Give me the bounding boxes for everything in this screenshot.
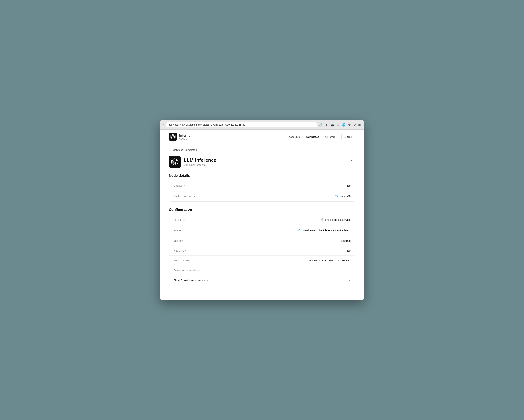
breadcrumb-label: Container Templates xyxy=(173,149,197,151)
docker-hub-value: stelios96 xyxy=(335,194,350,198)
breadcrumb[interactable]: ← Container Templates xyxy=(169,149,355,151)
svg-rect-29 xyxy=(298,230,299,230)
env-toggle-row[interactable]: Show 3 environment variables ▾ xyxy=(169,275,355,285)
svg-rect-30 xyxy=(299,230,300,230)
template-logo-svg xyxy=(171,158,178,165)
service-id-label: Service ID xyxy=(174,218,185,221)
service-id-row: Service ID llm_inference_service xyxy=(169,215,355,225)
configuration-card: Service ID llm_inference_service I xyxy=(169,215,355,285)
chevron-down-icon: ▾ xyxy=(349,279,350,282)
env-vars-label: Environment variables xyxy=(174,269,199,272)
svg-point-24 xyxy=(338,195,339,196)
gpu-row: Has GPU? No xyxy=(169,246,355,256)
onchain-label: Onchain? xyxy=(174,184,185,187)
svg-rect-18 xyxy=(335,195,336,196)
more-options-button[interactable]: ⋮ xyxy=(348,158,355,165)
nav-accounts[interactable]: Accounts xyxy=(288,135,300,138)
docker-image-icon xyxy=(297,228,302,232)
gpu-label: Has GPU? xyxy=(174,249,186,252)
url-bar[interactable]: http://localhost:4173/templates/6862254c… xyxy=(166,122,317,127)
docker-hub-username: stelios96 xyxy=(340,195,350,198)
mail-icon[interactable]: ✉ xyxy=(337,123,339,127)
svg-rect-28 xyxy=(298,230,298,230)
browser-window: i http://localhost:4173/templates/686225… xyxy=(160,120,364,300)
svg-rect-33 xyxy=(300,230,301,230)
svg-rect-23 xyxy=(337,195,338,196)
brand: Infernet CLOUD xyxy=(169,133,192,141)
docker-icon xyxy=(335,194,339,198)
nav-clusters[interactable]: Clusters xyxy=(325,135,335,138)
image-link[interactable]: ritualnetwork/llm_inference_service:late… xyxy=(303,229,350,232)
svg-marker-2 xyxy=(172,136,174,138)
docker-hub-row: Docker Hub account xyxy=(169,191,355,201)
configuration-section: Configuration Service ID llm_inference_s… xyxy=(169,208,355,285)
onchain-row: Onchain? No xyxy=(169,181,355,191)
camera-icon[interactable]: 📷 xyxy=(331,123,334,127)
svg-rect-21 xyxy=(336,195,337,195)
brand-logo-svg xyxy=(170,134,175,139)
visibility-label: Visibility xyxy=(174,239,183,242)
brand-logo xyxy=(169,133,177,141)
node-details-card: Onchain? No Docker Hub account xyxy=(169,181,355,202)
svg-rect-20 xyxy=(337,195,337,196)
template-name: LLM Inference xyxy=(184,157,216,163)
svg-marker-1 xyxy=(171,135,175,138)
start-command-label: Start command xyxy=(174,259,191,262)
brand-sub: CLOUD xyxy=(179,138,192,140)
configuration-title: Configuration xyxy=(169,208,355,212)
template-header-left: LLM Inference Container template xyxy=(169,156,216,168)
visibility-value: External xyxy=(341,239,350,242)
svg-rect-22 xyxy=(337,195,337,195)
svg-rect-31 xyxy=(298,229,299,230)
image-label: Image xyxy=(174,229,181,232)
start-command-value: --bind=0.0.0.0:3000 --workers=2 xyxy=(306,259,350,262)
svg-point-34 xyxy=(301,230,302,230)
env-vars-label-row: Environment variables xyxy=(169,265,355,275)
user-button[interactable]: Darryl xyxy=(341,134,355,140)
brand-text: Infernet CLOUD xyxy=(179,134,192,140)
gpu-value: No xyxy=(347,249,350,252)
svg-rect-32 xyxy=(299,229,300,230)
template-subtitle: Container template xyxy=(184,163,216,166)
info-icon: i xyxy=(163,123,164,126)
page-content: Infernet CLOUD Accounts Templates Cluste… xyxy=(160,130,364,300)
svg-marker-11 xyxy=(174,161,176,163)
svg-marker-26 xyxy=(321,219,323,221)
browser-toolbar: i http://localhost:4173/templates/686225… xyxy=(160,120,364,130)
nav-links: Accounts Templates Clusters Darryl xyxy=(288,134,355,140)
image-row: Image r xyxy=(169,225,355,236)
settings-icon[interactable]: ⚙ xyxy=(348,123,351,127)
template-header: LLM Inference Container template ⋮ xyxy=(169,156,355,168)
globe-icon[interactable]: 🌐 xyxy=(342,123,346,127)
node-details-section: Node details Onchain? No Docker Hub acco… xyxy=(169,174,355,202)
download-icon[interactable]: ⬇ xyxy=(325,123,328,127)
node-details-title: Node details xyxy=(169,174,355,178)
svg-marker-27 xyxy=(322,219,323,220)
svg-marker-25 xyxy=(321,218,323,221)
template-titles: LLM Inference Container template xyxy=(184,157,216,166)
onchain-value: No xyxy=(347,184,350,187)
infernet-small-icon xyxy=(321,218,324,221)
browser-action-icons: 🔗 ⬇ 📷 ✉ 🌐 ⚙ ↻ ▦ xyxy=(319,123,361,127)
main-content: ← Container Templates xyxy=(160,144,364,300)
svg-rect-19 xyxy=(336,195,337,196)
breadcrumb-arrow: ← xyxy=(169,149,171,151)
svg-marker-10 xyxy=(173,160,177,164)
brand-name: Infernet xyxy=(179,134,192,138)
layout-icon[interactable]: ▦ xyxy=(358,123,361,127)
navbar: Infernet CLOUD Accounts Templates Cluste… xyxy=(160,130,364,144)
nav-templates[interactable]: Templates xyxy=(306,135,319,138)
start-command-row: Start command --bind=0.0.0.0:3000 --work… xyxy=(169,256,355,265)
env-toggle-label: Show 3 environment variables xyxy=(174,279,208,282)
refresh-icon[interactable]: ↻ xyxy=(353,123,356,127)
link-icon[interactable]: 🔗 xyxy=(319,123,323,127)
service-id-val: llm_inference_service xyxy=(325,218,350,221)
service-id-value: llm_inference_service xyxy=(321,218,350,221)
image-value: ritualnetwork/llm_inference_service:late… xyxy=(297,228,350,232)
template-icon-box xyxy=(169,156,181,168)
visibility-row: Visibility External xyxy=(169,236,355,246)
docker-hub-label: Docker Hub account xyxy=(174,195,197,198)
